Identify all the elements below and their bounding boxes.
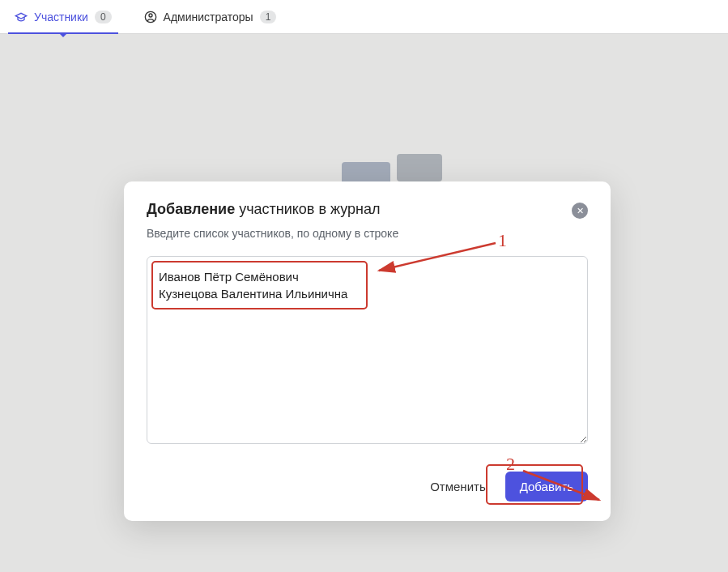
modal-title: Добавление участников в журнал bbox=[147, 201, 381, 218]
user-circle-icon bbox=[144, 11, 157, 23]
svg-point-1 bbox=[149, 14, 152, 17]
cancel-button[interactable]: Отменить bbox=[427, 473, 489, 500]
submit-button[interactable]: Добавить bbox=[505, 472, 588, 502]
textarea-wrap bbox=[147, 256, 588, 447]
modal-subtitle: Введите список участников, по одному в с… bbox=[147, 227, 588, 240]
tab-admins[interactable]: Администраторы 1 bbox=[138, 0, 283, 33]
modal-header: Добавление участников в журнал ✕ bbox=[147, 201, 588, 219]
tab-admins-label: Администраторы bbox=[164, 11, 253, 23]
tab-participants-count: 0 bbox=[95, 11, 112, 23]
tabs-bar: Участники 0 Администраторы 1 bbox=[0, 0, 728, 34]
tab-admins-count: 1 bbox=[260, 11, 277, 23]
graduation-cap-icon bbox=[15, 11, 28, 23]
modal-title-rest: участников в журнал bbox=[235, 201, 380, 217]
add-participants-modal: Добавление участников в журнал ✕ Введите… bbox=[124, 181, 611, 521]
participants-textarea[interactable] bbox=[147, 256, 588, 444]
modal-title-bold: Добавление bbox=[147, 201, 235, 217]
close-icon[interactable]: ✕ bbox=[572, 203, 588, 219]
modal-footer: Отменить Добавить bbox=[147, 472, 588, 502]
tab-participants[interactable]: Участники 0 bbox=[8, 0, 118, 33]
tab-participants-label: Участники bbox=[34, 11, 88, 23]
